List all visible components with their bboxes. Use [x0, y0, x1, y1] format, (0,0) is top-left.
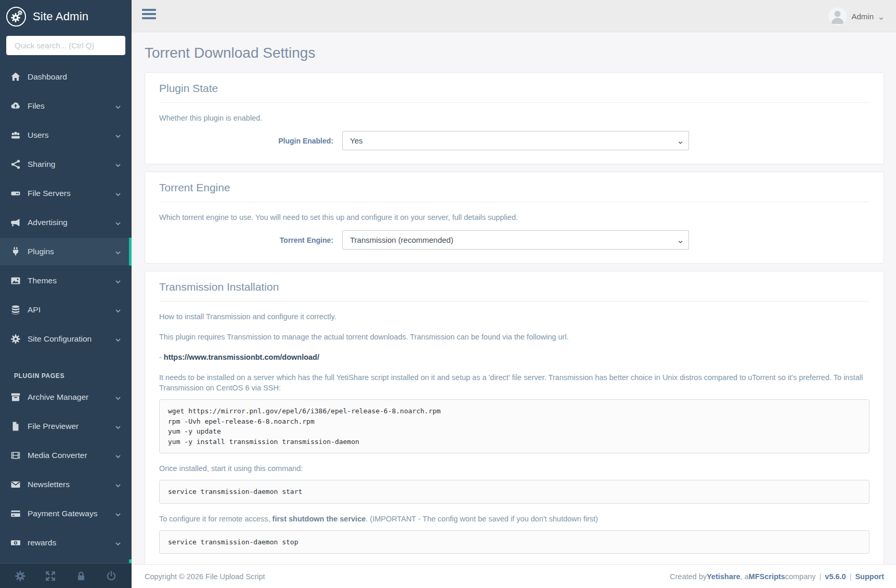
chevron-down-icon	[115, 394, 121, 400]
user-menu[interactable]: Admin	[828, 0, 884, 32]
sidebar-item-site-configuration[interactable]: Site Configuration	[0, 324, 132, 354]
fullscreen-expand-icon[interactable]	[45, 570, 56, 582]
sidebar-item-label: Sharing	[28, 160, 55, 169]
sidebar-item-label: Users	[28, 130, 48, 140]
chevron-down-icon	[115, 278, 121, 284]
cloud-upload-icon	[10, 101, 21, 111]
select-caret-icon	[678, 138, 683, 144]
sidebar-item-label: rewards	[28, 538, 56, 547]
copyright-text: Copyright © 2026 File Upload Script	[145, 572, 265, 581]
credit-card-icon	[10, 508, 21, 519]
brand-title: Site Admin	[33, 10, 88, 23]
sidebar-item-sharing[interactable]: Sharing	[0, 150, 132, 179]
chevron-down-icon	[115, 132, 121, 138]
yetishare-link[interactable]: Yetishare	[707, 572, 741, 581]
database-icon	[10, 305, 21, 315]
mfscripts-link[interactable]: MFScripts	[749, 572, 785, 581]
shutdown-emphasis: first shutdown the service	[272, 515, 366, 523]
bullhorn-icon	[10, 217, 21, 228]
site-admin-logo-icon	[6, 7, 26, 27]
sidebar-item-label: Site Configuration	[28, 334, 92, 344]
selected-value: Yes	[350, 136, 362, 145]
file-icon	[10, 421, 21, 432]
menu-toggle-button[interactable]	[142, 9, 156, 21]
topbar: Admin	[132, 0, 896, 32]
chevron-down-icon	[115, 190, 121, 197]
chevron-down-icon	[115, 540, 121, 546]
settings-gear-icon[interactable]	[15, 570, 26, 582]
sidebar-item-plugins[interactable]: Plugins	[0, 237, 132, 266]
sidebar-item-label: Advertising	[28, 218, 68, 227]
created-by-text: Created by	[670, 572, 707, 581]
divider	[159, 301, 869, 302]
lock-icon[interactable]	[75, 570, 87, 582]
avatar	[828, 7, 847, 25]
sidebar-item-file-servers[interactable]: File Servers	[0, 179, 132, 208]
sidebar-item-api[interactable]: API	[0, 295, 132, 324]
sidebar-item-file-previewer[interactable]: File Previewer	[0, 412, 132, 441]
divider	[159, 102, 869, 103]
sidebar-footer	[0, 563, 132, 588]
plugin-enabled-label: Plugin Enabled:	[159, 137, 333, 145]
chevron-down-icon	[115, 249, 121, 255]
sidebar-item-label: Archive Manager	[28, 393, 88, 402]
sidebar: Site Admin Dashboard Files Users Sharing…	[0, 0, 132, 588]
config-note: To configure it for remote access, first…	[159, 514, 869, 524]
section-title: Transmission Installation	[159, 281, 869, 293]
brand[interactable]: Site Admin	[0, 0, 132, 31]
section-description: Which torrent engine to use. You will ne…	[159, 212, 869, 223]
sidebar-item-media-converter[interactable]: Media Converter	[0, 441, 132, 470]
users-icon	[10, 130, 21, 140]
chevron-down-icon	[115, 423, 121, 429]
sidebar-item-label: Themes	[28, 276, 57, 285]
start-command-code-block: service transmission-daemon start	[159, 480, 869, 504]
page-title: Torrent Download Settings	[132, 32, 896, 61]
section-description: Whether this plugin is enabled.	[159, 113, 869, 123]
transmission-installation-card: Transmission Installation How to install…	[145, 271, 884, 588]
chevron-down-icon	[115, 511, 121, 517]
chevron-down-icon	[115, 307, 121, 313]
sidebar-item-themes[interactable]: Themes	[0, 266, 132, 295]
install-note: It needs to be installed on a server whi…	[159, 372, 869, 393]
sidebar-item-dashboard[interactable]: Dashboard	[0, 62, 132, 92]
chevron-down-icon	[115, 452, 121, 459]
sidebar-item-label: Dashboard	[28, 72, 67, 82]
chevron-down-icon	[115, 161, 121, 167]
sidebar-item-rewards[interactable]: rewards	[0, 528, 132, 557]
plugin-state-card: Plugin State Whether this plugin is enab…	[145, 72, 884, 164]
transmission-download-link[interactable]: https://www.transmissionbt.com/download/	[164, 353, 319, 361]
sidebar-item-advertising[interactable]: Advertising	[0, 208, 132, 237]
sidebar-item-label: API	[28, 305, 41, 315]
plugin-enabled-select[interactable]: Yes	[342, 131, 689, 150]
gear-icon	[10, 334, 21, 344]
sidebar-item-files[interactable]: Files	[0, 92, 132, 121]
user-name: Admin	[851, 12, 874, 21]
requires-text: This plugin requires Transmission to man…	[159, 332, 869, 342]
sidebar-item-archive-manager[interactable]: Archive Manager	[0, 383, 132, 412]
separator: |	[820, 572, 822, 581]
torrent-engine-label: Torrent Engine:	[159, 236, 333, 244]
install-commands-code-block: wget https://mirror.pnl.gov/epel/6/i386/…	[159, 399, 869, 453]
sidebar-item-label: Media Converter	[28, 451, 87, 460]
sidebar-item-payment-gateways[interactable]: Payment Gateways	[0, 499, 132, 528]
chevron-down-icon	[115, 103, 121, 109]
sidebar-item-newsletters[interactable]: Newsletters	[0, 470, 132, 499]
archive-icon	[10, 392, 21, 402]
torrent-engine-select[interactable]: Transmission (recommended)	[342, 230, 689, 250]
version-text: v5.6.0	[825, 572, 846, 581]
main-content: Torrent Download Settings Plugin State W…	[132, 32, 896, 588]
home-icon	[10, 72, 21, 82]
plug-icon	[10, 246, 21, 257]
sidebar-item-label: Newsletters	[28, 480, 70, 489]
money-icon	[10, 538, 21, 548]
power-icon[interactable]	[106, 570, 117, 582]
sidebar-item-label: Plugins	[28, 247, 54, 256]
sidebar-item-label: Files	[28, 101, 45, 111]
image-icon	[10, 276, 21, 286]
section-title: Torrent Engine	[159, 181, 869, 194]
quick-search-input[interactable]	[6, 36, 125, 55]
sidebar-item-users[interactable]: Users	[0, 121, 132, 150]
stop-command-code-block: service transmission-daemon stop	[159, 530, 869, 554]
support-link[interactable]: Support	[855, 572, 884, 581]
link-prefix: -	[159, 353, 164, 361]
